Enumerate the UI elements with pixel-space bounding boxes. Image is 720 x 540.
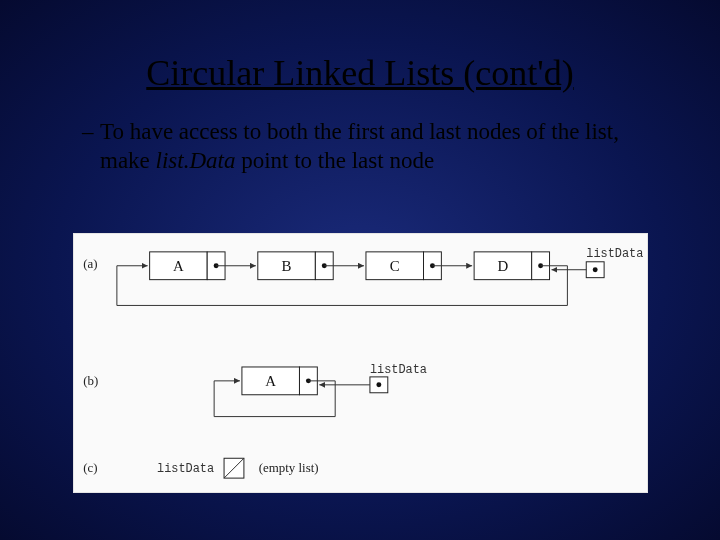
slide-title: Circular Linked Lists (cont'd) [0,0,720,94]
listdata-b-dot [376,382,381,387]
node-d-label: D [498,258,509,274]
listdata-c-label: listData [157,462,214,476]
node-b-a-label: A [265,373,276,389]
listdata-b-label: listData [370,363,427,377]
row-a-label: (a) [83,257,97,271]
row-b-label: (b) [83,374,98,388]
node-b-label: B [282,258,292,274]
listdata-a-label: listData [586,247,643,261]
diagram-svg: (a) A B C D listData (b) A [74,234,647,492]
row-c-label: (c) [83,461,97,475]
bullet-dash: – [82,118,100,147]
listdata-a-dot [593,267,598,272]
node-c-label: C [390,258,400,274]
empty-list-caption: (empty list) [259,461,319,475]
diagram-panel: (a) A B C D listData (b) A [73,233,648,493]
row-b-nodes: A [242,367,317,395]
bullet-text-2: point to the last node [235,148,434,173]
bullet-point: – To have access to both the first and l… [0,94,720,176]
node-a-label: A [173,258,184,274]
bullet-italic: list.Data [156,148,236,173]
